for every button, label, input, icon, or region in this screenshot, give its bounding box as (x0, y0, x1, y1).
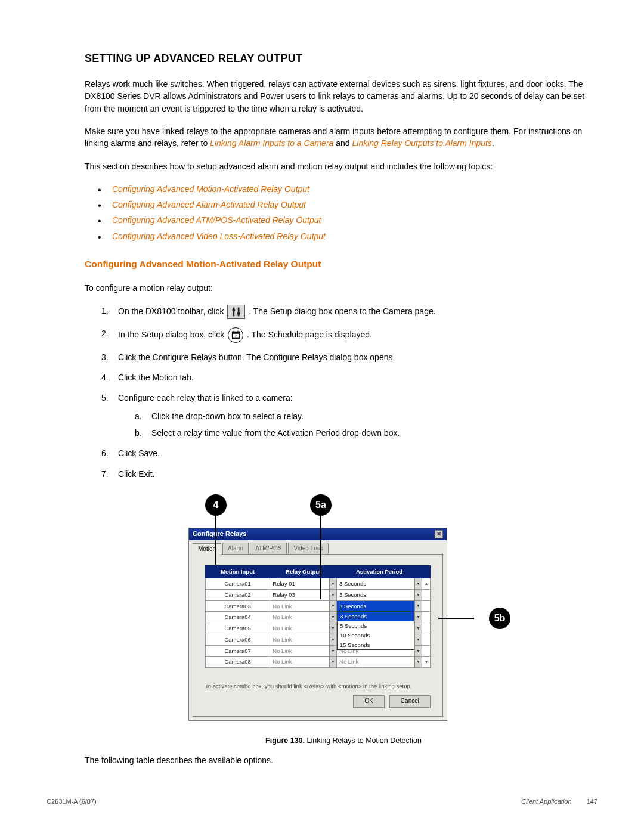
procedure-intro: To configure a motion relay output: (85, 282, 602, 294)
chevron-down-icon[interactable]: ▼ (414, 657, 422, 667)
link-atmpos-output[interactable]: Configuring Advanced ATM/POS-Activated R… (112, 215, 321, 225)
relay-output-combo[interactable]: Relay 03▼ (270, 589, 337, 600)
chevron-down-icon[interactable]: ▼ (414, 612, 422, 623)
step-6: Click Save. (118, 448, 160, 458)
ok-button[interactable]: OK (353, 695, 384, 708)
svg-point-3 (237, 312, 240, 315)
relay-output-combo[interactable]: No Link▼ (270, 623, 337, 634)
relay-output-combo[interactable]: Relay 01▼ (270, 578, 337, 590)
dialog-title: Configure Relays (193, 529, 246, 539)
step-2b: . The Schedule page is displayed. (247, 330, 372, 339)
text: . (492, 138, 494, 148)
chevron-down-icon[interactable]: ▼ (329, 578, 336, 589)
link-motion-output[interactable]: Configuring Advanced Motion-Activated Re… (112, 184, 309, 194)
dialog-hint: To activate combo box, you should link <… (205, 682, 431, 690)
cancel-button[interactable]: Cancel (389, 695, 431, 708)
relay-output-combo[interactable]: No Link▼ (270, 645, 337, 657)
scrollbar-cell[interactable] (422, 634, 431, 645)
section-heading: Configuring Advanced Motion-Activated Re… (85, 258, 602, 271)
scrollbar-cell[interactable]: ▾ (422, 657, 431, 668)
chevron-down-icon[interactable]: ▼ (414, 578, 422, 589)
callout-line (320, 516, 321, 599)
intro-paragraph-3: This section describes how to setup adva… (85, 160, 602, 172)
callout-4: 4 (205, 494, 227, 516)
dropdown-option[interactable]: 3 Seconds (338, 612, 414, 621)
motion-input-cell: Camera05 (206, 623, 270, 634)
scrollbar-cell[interactable]: ▴ (422, 578, 431, 590)
tab-videoloss[interactable]: Video Loss (288, 543, 328, 555)
chevron-down-icon[interactable]: ▼ (329, 657, 336, 667)
after-figure-text: The following table describes the availa… (85, 754, 602, 766)
relay-output-combo[interactable]: No Link▼ (270, 600, 337, 612)
dropdown-option[interactable]: 10 Seconds (338, 631, 414, 640)
topic-list: Configuring Advanced Motion-Activated Re… (98, 183, 602, 242)
chevron-down-icon[interactable]: ▼ (414, 601, 422, 612)
intro-paragraph-1: Relays work much like switches. When tri… (85, 78, 602, 114)
activation-period-combo[interactable]: 3 Seconds▼ (337, 578, 422, 590)
scrollbar-cell[interactable] (422, 645, 431, 657)
activation-period-combo[interactable]: 3 Seconds▼3 Seconds5 Seconds10 Seconds15… (337, 600, 422, 612)
link-relay-outputs[interactable]: Linking Relay Outputs to Alarm Inputs (352, 138, 492, 148)
callout-line (215, 516, 216, 565)
chevron-down-icon[interactable]: ▼ (329, 646, 336, 657)
motion-input-cell: Camera04 (206, 612, 270, 623)
step-1a: On the DX8100 toolbar, click (118, 306, 226, 316)
close-icon[interactable]: ✕ (435, 530, 443, 538)
col-relay-output: Relay Output (270, 566, 337, 578)
table-row: Camera03No Link▼3 Seconds▼3 Seconds5 Sec… (206, 600, 431, 612)
chevron-down-icon[interactable]: ▼ (329, 590, 336, 600)
activation-period-combo[interactable]: 3 Seconds▼ (337, 589, 422, 600)
dropdown-option[interactable]: 5 Seconds (338, 621, 414, 631)
tab-motion[interactable]: Motion (193, 543, 221, 555)
footer-left: C2631M-A (6/07) (47, 797, 97, 807)
relay-output-combo[interactable]: No Link▼ (270, 657, 337, 668)
scrollbar-header (422, 566, 431, 578)
step-5b: Select a relay time value from the Activ… (151, 428, 400, 438)
tab-alarm[interactable]: Alarm (222, 543, 249, 555)
procedure-list: 1. On the DX8100 toolbar, click . The Se… (101, 305, 602, 480)
relays-table: Motion Input Relay Output Activation Per… (205, 565, 431, 668)
chevron-down-icon[interactable]: ▼ (329, 634, 336, 645)
col-activation-period: Activation Period (337, 566, 422, 578)
svg-rect-1 (238, 307, 240, 316)
figure-wrapper: 4 5a 5b Configure Relays ✕ Motion Alarm … (188, 494, 499, 688)
step-1b: . The Setup dialog box opens to the Came… (249, 306, 435, 316)
scrollbar-cell[interactable] (422, 612, 431, 623)
link-alarm-inputs[interactable]: Linking Alarm Inputs to a Camera (210, 138, 333, 148)
scrollbar-cell[interactable] (422, 589, 431, 600)
chevron-down-icon[interactable]: ▼ (414, 623, 422, 634)
link-alarm-output[interactable]: Configuring Advanced Alarm-Activated Rel… (112, 200, 306, 209)
svg-point-2 (233, 309, 236, 312)
step-3: Click the Configure Relays button. The C… (118, 352, 395, 362)
activation-period-dropdown[interactable]: 3 Seconds5 Seconds10 Seconds15 Seconds (337, 611, 414, 650)
chevron-down-icon[interactable]: ▼ (329, 623, 336, 634)
footer-section: Client Application (521, 798, 572, 805)
scrollbar-cell[interactable] (422, 600, 431, 612)
motion-input-cell: Camera01 (206, 578, 270, 590)
step-5a: Click the drop-down box to select a rela… (151, 411, 304, 421)
relay-output-combo[interactable]: No Link▼ (270, 634, 337, 645)
activation-period-combo[interactable]: No Link▼ (337, 657, 422, 668)
intro-paragraph-2: Make sure you have linked relays to the … (85, 125, 602, 150)
callout-5a: 5a (310, 494, 332, 516)
schedule-icon: 7 (228, 327, 243, 343)
svg-rect-0 (233, 307, 235, 316)
page-title: SETTING UP ADVANCED RELAY OUTPUT (85, 51, 602, 66)
chevron-down-icon[interactable]: ▼ (329, 601, 336, 612)
scrollbar-cell[interactable] (422, 623, 431, 634)
step-4: Click the Motion tab. (118, 373, 194, 382)
chevron-down-icon[interactable]: ▼ (414, 634, 422, 645)
motion-input-cell: Camera08 (206, 657, 270, 668)
link-videoloss-output[interactable]: Configuring Advanced Video Loss-Activate… (112, 231, 326, 241)
chevron-down-icon[interactable]: ▼ (329, 612, 336, 623)
dropdown-option[interactable]: 15 Seconds (338, 640, 414, 650)
tab-atmpos[interactable]: ATM/POS (250, 543, 287, 555)
relay-output-combo[interactable]: No Link▼ (270, 612, 337, 623)
figure-caption: Figure 130. Linking Relays to Motion Det… (85, 735, 602, 746)
configure-relays-dialog: Configure Relays ✕ Motion Alarm ATM/POS … (188, 528, 447, 721)
chevron-down-icon[interactable]: ▼ (414, 646, 422, 657)
step-5: Configure each relay that is linked to a… (118, 393, 293, 402)
table-row: Camera08No Link▼No Link▼▾ (206, 657, 431, 668)
dialog-titlebar: Configure Relays ✕ (189, 528, 447, 540)
chevron-down-icon[interactable]: ▼ (414, 590, 422, 600)
